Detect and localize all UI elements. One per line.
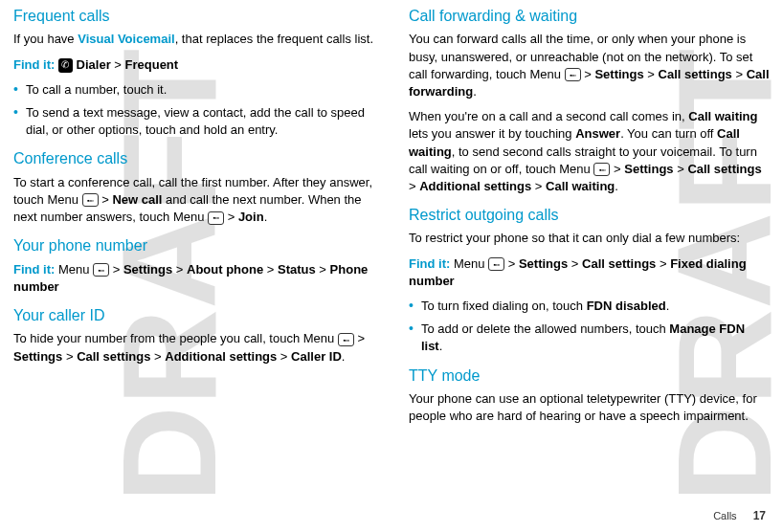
text-settings: Settings xyxy=(519,256,568,271)
findit-label: Find it: xyxy=(409,256,450,271)
left-column: Frequent calls If you have Visual Voicem… xyxy=(13,6,374,432)
text: . xyxy=(264,210,268,224)
findit-label: Find it: xyxy=(13,262,55,277)
text-settings: Settings xyxy=(594,67,643,81)
menu-icon xyxy=(208,211,224,225)
separator: > xyxy=(409,179,419,193)
text: lets you answer it by touching xyxy=(409,126,575,141)
text-about-phone: About phone xyxy=(187,262,263,277)
text: If you have xyxy=(13,32,78,46)
bullet-item: • To send a text message, view a contact… xyxy=(13,104,374,139)
separator: > xyxy=(354,331,365,345)
separator: > xyxy=(224,210,238,224)
text: . xyxy=(666,299,670,313)
text: When you're on a call and a second call … xyxy=(409,109,688,123)
text-answer: Answer xyxy=(575,126,620,141)
para-tty: Your phone can use an optional teletypew… xyxy=(409,390,770,425)
findit-restrict: Find it: Menu > Settings > Call settings… xyxy=(409,255,770,290)
text-call-settings: Call settings xyxy=(77,349,150,364)
text-settings: Settings xyxy=(123,262,172,277)
heading-tty-mode: TTY mode xyxy=(409,366,770,387)
separator: > xyxy=(644,67,659,81)
page-footer: Calls 17 xyxy=(713,508,766,524)
phone-icon: ✆ xyxy=(58,58,73,73)
bullet-item: • To add or delete the allowed numbers, … xyxy=(409,321,770,355)
text: . You can turn off xyxy=(620,126,717,141)
separator: > xyxy=(316,262,330,277)
text: Menu xyxy=(55,262,93,277)
findit-frequent: Find it: ✆ Dialer > Frequent xyxy=(13,56,374,74)
text-new-call: New call xyxy=(112,192,162,207)
text-caller-id: Caller ID xyxy=(291,349,342,364)
findit-phone-number: Find it: Menu > Settings > About phone >… xyxy=(13,261,374,296)
text-dialer: Dialer xyxy=(73,57,111,72)
menu-icon xyxy=(338,333,354,346)
text-join: Join xyxy=(238,210,264,224)
separator: > xyxy=(263,262,278,277)
footer-section: Calls xyxy=(713,510,736,521)
bullet-text: To call a number, touch it. xyxy=(26,81,374,99)
text-fdn-disabled: FDN disabled xyxy=(587,299,666,313)
text-status: Status xyxy=(278,262,316,277)
separator: > xyxy=(150,349,165,364)
bullet-dot: • xyxy=(13,104,18,139)
text-call-waiting: Call waiting xyxy=(546,179,615,193)
bullet-item: • To turn fixed dialing on, touch FDN di… xyxy=(409,298,770,315)
separator: > xyxy=(656,256,670,271)
heading-call-forwarding: Call forwarding & waiting xyxy=(409,6,770,27)
separator: > xyxy=(111,57,125,72)
heading-conference-calls: Conference calls xyxy=(13,148,374,169)
separator: > xyxy=(62,349,77,364)
menu-icon xyxy=(82,193,99,207)
bullet-text: To turn fixed dialing on, touch FDN disa… xyxy=(421,298,770,315)
para-conference: To start a conference call, call the fir… xyxy=(13,174,374,227)
text: Menu xyxy=(450,256,488,271)
para-call-waiting: When you're on a call and a second call … xyxy=(409,108,770,195)
text-call-settings: Call settings xyxy=(659,67,732,81)
link-visual-voicemail[interactable]: Visual Voicemail xyxy=(78,32,174,46)
menu-icon xyxy=(93,263,109,277)
menu-icon xyxy=(565,68,581,81)
findit-label: Find it: xyxy=(13,57,55,72)
para-caller-id: To hide your number from the people you … xyxy=(13,330,374,365)
separator: > xyxy=(504,256,519,271)
text-call-settings: Call settings xyxy=(582,256,656,271)
menu-icon xyxy=(488,257,504,271)
text: . xyxy=(342,349,346,364)
para-frequent-intro: If you have Visual Voicemail, that repla… xyxy=(13,31,374,48)
bullet-item: • To call a number, touch it. xyxy=(13,81,374,99)
text-additional-settings: Additional settings xyxy=(165,349,277,364)
heading-restrict-calls: Restrict outgoing calls xyxy=(409,205,770,226)
text: . xyxy=(473,84,477,99)
text-settings: Settings xyxy=(624,162,673,176)
text-call-settings: Call settings xyxy=(687,162,761,176)
text: , that replaces the frequent calls list. xyxy=(175,32,373,46)
right-column: Call forwarding & waiting You can forwar… xyxy=(409,6,770,432)
menu-icon xyxy=(593,163,610,176)
separator: > xyxy=(674,162,688,176)
text: To turn fixed dialing on, touch xyxy=(421,299,587,313)
separator: > xyxy=(172,262,187,277)
text: To add or delete the allowed numbers, to… xyxy=(421,321,669,336)
separator: > xyxy=(99,192,113,207)
para-restrict: To restrict your phone so that it can on… xyxy=(409,230,770,247)
separator: > xyxy=(610,162,624,176)
bullet-text: To send a text message, view a contact, … xyxy=(26,104,374,139)
separator: > xyxy=(581,67,595,81)
text: . xyxy=(439,339,443,353)
para-forwarding: You can forward calls all the time, or o… xyxy=(409,31,770,100)
text-call-waiting: Call waiting xyxy=(688,109,757,123)
page-number: 17 xyxy=(753,509,766,522)
separator: > xyxy=(732,67,747,81)
bullet-dot: • xyxy=(13,81,18,99)
bullet-text: To add or delete the allowed numbers, to… xyxy=(421,321,770,355)
text-frequent: Frequent xyxy=(125,57,179,72)
bullet-dot: • xyxy=(409,298,414,315)
text: . xyxy=(615,179,618,193)
separator: > xyxy=(277,349,291,364)
text: To hide your number from the people you … xyxy=(13,331,338,345)
heading-caller-id: Your caller ID xyxy=(13,305,374,326)
text-additional-settings: Additional settings xyxy=(419,179,531,193)
heading-frequent-calls: Frequent calls xyxy=(13,6,374,27)
separator: > xyxy=(531,179,546,193)
